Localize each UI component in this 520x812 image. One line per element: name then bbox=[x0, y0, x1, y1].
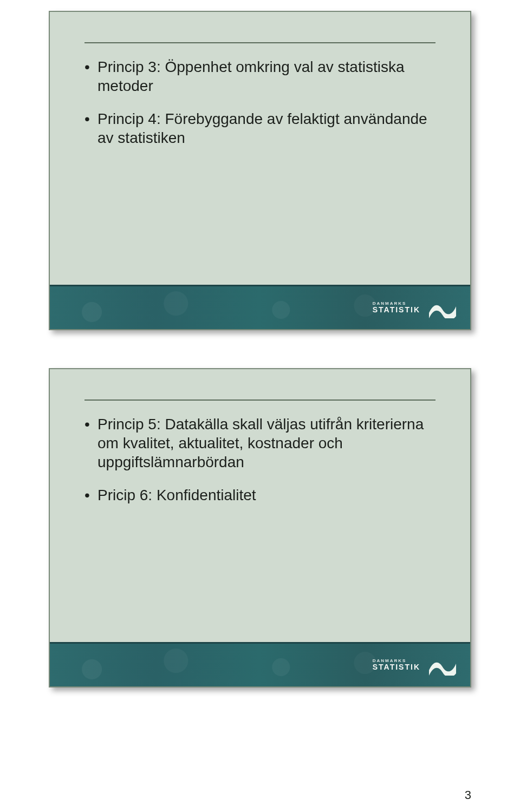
logo: DANMARKS STATISTIK bbox=[373, 298, 457, 318]
list-item: Princip 5: Datakälla skall väljas utifrå… bbox=[84, 415, 435, 472]
slide-content: Princip 5: Datakälla skall väljas utifrå… bbox=[50, 369, 470, 505]
logo-text: DANMARKS STATISTIK bbox=[373, 659, 420, 671]
bullet-text: Pricip 6: Konfidentialitet bbox=[98, 487, 256, 503]
logo: DANMARKS STATISTIK bbox=[373, 655, 457, 676]
slide-footer: DANMARKS STATISTIK bbox=[50, 285, 470, 329]
bullet-list: Princip 3: Öppenhet omkring val av stati… bbox=[84, 57, 435, 147]
list-item: Princip 4: Förebyggande av felaktigt anv… bbox=[84, 109, 435, 147]
slide-footer: DANMARKS STATISTIK bbox=[50, 642, 470, 686]
bullet-text: Princip 4: Förebyggande av felaktigt anv… bbox=[98, 110, 427, 146]
bullet-list: Princip 5: Datakälla skall väljas utifrå… bbox=[84, 415, 435, 505]
bullet-text: Princip 3: Öppenhet omkring val av stati… bbox=[98, 58, 404, 94]
page: Princip 3: Öppenhet omkring val av stati… bbox=[0, 0, 520, 812]
wave-icon bbox=[428, 298, 457, 318]
logo-line2: STATISTIK bbox=[373, 663, 420, 671]
list-item: Pricip 6: Konfidentialitet bbox=[84, 486, 435, 505]
logo-line1: DANMARKS bbox=[373, 659, 420, 663]
logo-line1: DANMARKS bbox=[373, 302, 420, 306]
bullet-text: Princip 5: Datakälla skall väljas utifrå… bbox=[98, 416, 424, 470]
list-item: Princip 3: Öppenhet omkring val av stati… bbox=[84, 57, 435, 95]
page-number: 3 bbox=[465, 788, 471, 802]
slide-content: Princip 3: Öppenhet omkring val av stati… bbox=[50, 12, 470, 147]
divider bbox=[84, 400, 435, 401]
divider bbox=[84, 42, 435, 43]
logo-text: DANMARKS STATISTIK bbox=[373, 302, 420, 314]
slide: Princip 3: Öppenhet omkring val av stati… bbox=[49, 11, 471, 330]
slide: Princip 5: Datakälla skall väljas utifrå… bbox=[49, 368, 471, 687]
logo-line2: STATISTIK bbox=[373, 306, 420, 314]
wave-icon bbox=[428, 655, 457, 676]
